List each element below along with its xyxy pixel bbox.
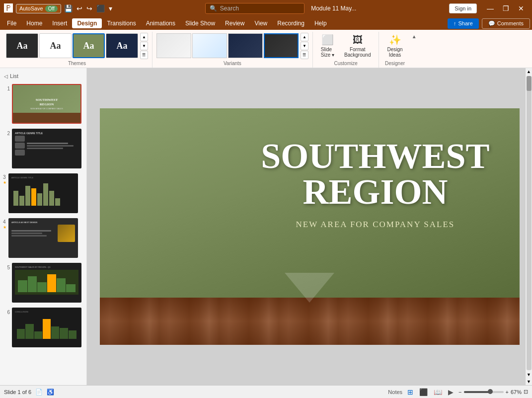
design-ideas-button[interactable]: ✨ Design Ideas bbox=[383, 32, 406, 60]
search-box: 🔍 bbox=[205, 3, 304, 14]
slide-number-5: 5 bbox=[3, 263, 10, 270]
menu-animations[interactable]: Animations bbox=[141, 18, 180, 28]
theme-4[interactable]: Aa bbox=[106, 33, 138, 58]
menu-insert[interactable]: Insert bbox=[47, 18, 72, 28]
window-controls: — ❐ ✕ bbox=[483, 3, 528, 13]
zoom-out-button[interactable]: − bbox=[458, 389, 461, 395]
variants-group: ▲ ▼ ☰ Variants bbox=[152, 32, 313, 68]
menu-review[interactable]: Review bbox=[220, 18, 249, 28]
scroll-down2-button[interactable]: ▼ bbox=[526, 378, 532, 385]
list-item[interactable]: 4 ★ ARTICLE AS NEXT DESIGN bbox=[2, 217, 84, 259]
status-right: Notes ⊞ ⬛ 📖 ▶ − + 67% ⊡ bbox=[388, 387, 528, 397]
design-ideas-label: Design Ideas bbox=[387, 47, 402, 58]
slide-thumbnail-5[interactable]: SOUTHWEST SALES BY REGION - Q1 bbox=[12, 263, 81, 303]
slide-number-4: 4 bbox=[3, 217, 6, 225]
themes-scroll-down[interactable]: ▼ bbox=[140, 42, 148, 50]
theme-2[interactable]: Aa bbox=[39, 33, 72, 58]
reading-view-button[interactable]: 📖 bbox=[433, 387, 443, 397]
menu-view[interactable]: View bbox=[249, 18, 272, 28]
variants-scroll-up[interactable]: ▲ bbox=[301, 33, 308, 41]
slide-number-6: 6 bbox=[3, 308, 10, 315]
slide-sorter-button[interactable]: ⬛ bbox=[418, 387, 429, 397]
zoom-in-button[interactable]: + bbox=[506, 389, 509, 395]
autosave-badge[interactable]: AutoSave Off bbox=[16, 4, 61, 13]
normal-view-button[interactable]: ⊞ bbox=[406, 387, 414, 397]
slideshow-view-button[interactable]: ▶ bbox=[447, 387, 455, 397]
vertical-scrollbar[interactable]: ▲ ▼ ▼ bbox=[525, 68, 532, 385]
restore-button[interactable]: ❐ bbox=[499, 3, 513, 13]
slide-panel: ◁ List 1 SOUTHWESTREGION NEW AREA FOR CO… bbox=[0, 68, 87, 385]
list-item[interactable]: 2 ARTICLE GENRE TITLE bbox=[2, 128, 84, 169]
canvas-area: ▲ ▼ ▼ SOUTHWEST REGION NEW AREA bbox=[87, 68, 532, 385]
menu-slideshow[interactable]: Slide Show bbox=[180, 18, 220, 28]
status-bar: Slide 1 of 6 📄 ♿ Notes ⊞ ⬛ 📖 ▶ − + 67% ⊡ bbox=[0, 385, 532, 398]
accessibility-icon: ♿ bbox=[47, 389, 54, 396]
main-area: ◁ List 1 SOUTHWESTREGION NEW AREA FOR CO… bbox=[0, 68, 532, 385]
list-item[interactable]: 3 ★ ARTICLE GENRE TITLE bbox=[2, 172, 84, 214]
variants-label: Variants bbox=[224, 61, 241, 68]
variants-scroll-down[interactable]: ▼ bbox=[301, 42, 308, 50]
variants-items: ▲ ▼ ☰ bbox=[156, 32, 308, 60]
quick-access-toolbar: 💾 ↩ ↪ ⬛ ▾ bbox=[64, 4, 112, 12]
slide-thumbnail-6[interactable]: CONCLUSION bbox=[12, 308, 81, 347]
dropdown-icon[interactable]: ▾ bbox=[109, 4, 112, 12]
ribbon: Aa Aa Aa Aa ▲ ▼ bbox=[0, 30, 532, 68]
variant-1[interactable] bbox=[156, 33, 191, 58]
zoom-bar: − + 67% ⊡ bbox=[458, 389, 528, 395]
notes-button[interactable]: Notes bbox=[388, 389, 402, 395]
theme-3-active[interactable]: Aa bbox=[73, 33, 105, 58]
slide-size-button[interactable]: ⬜ Slide Size ▾ bbox=[317, 32, 338, 60]
slide-thumbnail-3[interactable]: ARTICLE GENRE TITLE bbox=[8, 173, 78, 213]
collapse-panel-icon[interactable]: ◁ bbox=[4, 74, 8, 79]
search-input[interactable] bbox=[220, 5, 295, 12]
list-item[interactable]: 1 SOUTHWESTREGION NEW AREA FOR COMPANY S… bbox=[2, 83, 84, 125]
themes-more[interactable]: ☰ bbox=[140, 51, 148, 59]
slide-thumbnail-1[interactable]: SOUTHWESTREGION NEW AREA FOR COMPANY SAL… bbox=[12, 84, 81, 124]
present-icon[interactable]: ⬛ bbox=[96, 4, 105, 12]
menu-file[interactable]: File bbox=[2, 18, 21, 28]
slide-thumbnail-2[interactable]: ARTICLE GENRE TITLE bbox=[12, 129, 81, 168]
theme-1[interactable]: Aa bbox=[6, 33, 38, 58]
save-icon[interactable]: 💾 bbox=[64, 4, 73, 12]
variant-4-selected[interactable] bbox=[264, 33, 299, 58]
menu-recording[interactable]: Recording bbox=[272, 18, 309, 28]
theme-gallery: Aa Aa Aa Aa bbox=[6, 33, 138, 58]
minimize-button[interactable]: — bbox=[483, 3, 498, 13]
autosave-toggle[interactable]: Off bbox=[45, 5, 58, 12]
signin-button[interactable]: Sign in bbox=[449, 3, 477, 13]
menu-design[interactable]: Design bbox=[72, 18, 102, 28]
zoom-slider[interactable] bbox=[464, 391, 504, 393]
variant-3[interactable] bbox=[228, 33, 263, 58]
scroll-up-button[interactable]: ▲ bbox=[526, 68, 532, 75]
comments-button[interactable]: 💬 Comments bbox=[482, 18, 530, 29]
variants-more[interactable]: ☰ bbox=[301, 51, 308, 59]
title-bar: 🅿 AutoSave Off 💾 ↩ ↪ ⬛ ▾ 🔍 Module 11 May… bbox=[0, 0, 532, 17]
scroll-down-button[interactable]: ▼ bbox=[526, 371, 532, 378]
customize-items: ⬜ Slide Size ▾ 🖼 Format Background bbox=[317, 32, 375, 60]
title-bar-right: Sign in — ❐ ✕ bbox=[449, 3, 528, 13]
menu-transitions[interactable]: Transitions bbox=[102, 18, 141, 28]
menu-home[interactable]: Home bbox=[21, 18, 47, 28]
zoom-fill bbox=[464, 391, 491, 393]
zoom-thumb[interactable] bbox=[488, 389, 493, 394]
slide-size-label: Slide Size ▾ bbox=[321, 47, 334, 58]
list-item[interactable]: 6 CONCLUSION bbox=[2, 307, 84, 348]
search-icon: 🔍 bbox=[210, 5, 217, 12]
undo-icon[interactable]: ↩ bbox=[76, 4, 82, 12]
format-background-button[interactable]: 🖼 Format Background bbox=[340, 32, 375, 60]
slide-thumbnail-4[interactable]: ARTICLE AS NEXT DESIGN bbox=[8, 218, 78, 258]
fit-slide-button[interactable]: ⊡ bbox=[524, 389, 528, 395]
slide-number-1: 1 bbox=[3, 84, 10, 91]
share-button[interactable]: ↑ Share bbox=[448, 18, 479, 29]
redo-icon[interactable]: ↪ bbox=[86, 4, 92, 12]
variant-2[interactable] bbox=[192, 33, 227, 58]
themes-group: Aa Aa Aa Aa ▲ ▼ bbox=[2, 32, 152, 68]
collapse-ribbon-button[interactable]: ▲ bbox=[412, 34, 417, 39]
slide-title-line1: SOUTHWEST bbox=[261, 138, 489, 174]
list-item[interactable]: 5 SOUTHWEST SALES BY REGION - Q1 bbox=[2, 262, 84, 304]
close-button[interactable]: ✕ bbox=[514, 3, 528, 13]
scroll-thumb[interactable] bbox=[527, 76, 532, 91]
ribbon-collapse: ▲ bbox=[411, 32, 418, 68]
themes-scroll-up[interactable]: ▲ bbox=[140, 33, 148, 41]
menu-help[interactable]: Help bbox=[309, 18, 332, 28]
